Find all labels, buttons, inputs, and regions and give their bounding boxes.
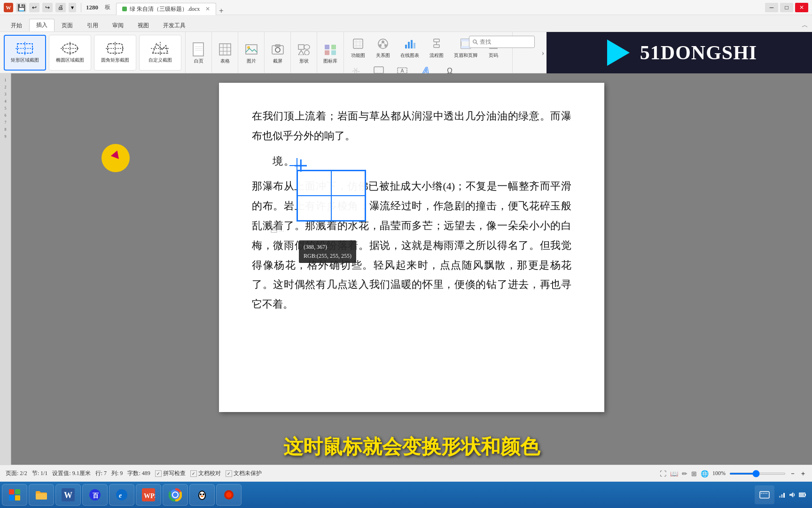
svg-rect-98 (781, 494, 783, 498)
tab-home[interactable]: 开始 (4, 19, 29, 32)
svg-rect-34 (353, 39, 363, 48)
custom-screenshot-btn[interactable]: 自定义截图 (139, 35, 181, 71)
tab-close[interactable]: ✕ (205, 6, 210, 13)
file-manager-btn[interactable] (29, 484, 54, 506)
status-bar: 页面: 2/2 节: 1/1 设置值: 9.1厘米 行: 7 列: 9 字数: … (0, 465, 812, 482)
baidu-btn[interactable]: 百 (82, 484, 108, 506)
rect-screenshot-btn[interactable]: 矩形区域截图 (4, 35, 46, 71)
blank-page-label: 白页 (194, 58, 203, 64)
svg-rect-21 (246, 45, 257, 54)
svg-line-65 (476, 43, 477, 44)
tray-icons-row (778, 491, 806, 499)
tab-dev[interactable]: 开发工具 (156, 19, 193, 32)
svg-point-29 (304, 50, 309, 55)
record-btn[interactable] (216, 484, 242, 506)
edit-mode-btn[interactable]: ✏ (682, 470, 687, 477)
taskbar-right (755, 485, 810, 504)
tab-review[interactable]: 审阅 (105, 19, 131, 32)
word-btn[interactable]: W (55, 484, 81, 506)
doc-tab[interactable]: 绿 朱自清（三级标题）.docx ✕ + (116, 0, 226, 15)
shape-btn[interactable]: 形状 (293, 40, 315, 66)
undo-btn[interactable]: ↩ (29, 3, 39, 12)
layout-btn[interactable]: ⊞ (691, 470, 697, 477)
svg-rect-102 (805, 494, 806, 496)
zoom-slider[interactable] (729, 473, 786, 475)
network-icon (778, 491, 786, 499)
dropdown-btn[interactable]: ▾ (69, 3, 76, 12)
logo-icon-container (601, 36, 634, 69)
svg-point-89 (201, 496, 203, 497)
save-btn[interactable]: 💾 (16, 3, 26, 12)
table-cell-4 (331, 196, 365, 221)
custom-screenshot-label: 自定义截图 (148, 57, 172, 64)
panel-collapse-right[interactable]: › (542, 49, 544, 57)
ie-btn[interactable]: e (109, 484, 134, 506)
tab-references[interactable]: 引用 (80, 19, 105, 32)
wps-taskbar-btn[interactable]: WPS (136, 484, 161, 506)
svg-rect-12 (193, 43, 203, 56)
tab-view[interactable]: 视图 (131, 19, 156, 32)
tab-color-indicator (122, 7, 127, 11)
status-spell: ✓ 拼写检查 (155, 469, 186, 477)
svg-rect-31 (331, 45, 336, 49)
capture-btn[interactable]: 截屏 (266, 40, 289, 66)
redo-btn[interactable]: ↪ (42, 3, 53, 12)
iconlib-btn[interactable]: 图标库 (319, 40, 342, 66)
svg-text:W: W (64, 491, 72, 500)
status-check: ✓ 文档校对 (190, 469, 221, 477)
search-icon (472, 39, 478, 45)
minimize-btn[interactable]: ─ (765, 3, 778, 12)
svg-rect-16 (219, 44, 231, 55)
funcmap-btn[interactable]: 功能图 (346, 34, 370, 60)
qq-btn[interactable] (189, 484, 215, 506)
chrome-btn[interactable] (163, 484, 188, 506)
start-button[interactable] (2, 484, 27, 506)
zoom-out-btn[interactable]: － (789, 469, 796, 478)
svg-text:e: e (119, 492, 122, 499)
svg-text:A: A (401, 68, 404, 73)
status-position: 设置值: 9.1厘米 (52, 469, 90, 477)
blank-page-btn[interactable]: 白页 (187, 40, 210, 66)
search-bar[interactable] (469, 36, 535, 48)
svg-rect-49 (434, 39, 439, 42)
rect-screenshot-label: 矩形区域截图 (11, 57, 39, 64)
iconlib-section: 图标库 (317, 32, 344, 73)
funcmap-icon (351, 36, 366, 51)
svg-point-91 (226, 492, 232, 498)
tooltip-rgb: RGB:(255, 255, 255) (304, 252, 351, 261)
print-btn[interactable]: 🖨 (55, 3, 66, 12)
chrome-icon (169, 488, 182, 501)
svg-rect-97 (779, 496, 781, 498)
maximize-btn[interactable]: □ (780, 3, 793, 12)
status-col: 列: 9 (111, 469, 123, 477)
table-btn[interactable]: 表格 (214, 40, 236, 66)
zoom-in-btn[interactable]: ＋ (800, 469, 806, 478)
rounded-screenshot-btn[interactable]: 圆角矩形截图 (94, 35, 136, 71)
qq-icon (195, 488, 209, 501)
svg-line-43 (380, 42, 383, 46)
svg-rect-46 (408, 42, 410, 48)
ie-icon: e (115, 488, 128, 501)
reading-mode-btn[interactable]: 📖 (670, 470, 678, 477)
tab-insert[interactable]: 插入 (29, 19, 55, 32)
table-cell-3 (297, 196, 331, 221)
logo-text: 51DONGSHI (640, 43, 757, 63)
ellipse-screenshot-btn[interactable]: 椭圆区域截图 (49, 35, 91, 71)
image-btn[interactable]: 图片 (240, 40, 262, 66)
para-icon (271, 226, 277, 233)
relation-btn[interactable]: 关系图 (371, 34, 395, 60)
flow-btn[interactable]: 流程图 (424, 34, 449, 60)
close-btn[interactable]: ✕ (795, 3, 808, 12)
new-tab-btn[interactable]: + (216, 7, 226, 15)
image-section: 图片 (238, 32, 265, 73)
ellipse-screenshot-label: 椭圆区域截图 (56, 57, 84, 64)
svg-rect-71 (9, 495, 14, 500)
doc-para-1: 在我们顶上流着；岩面与草丛都从润湿中透出几分油油的绿意。而瀑布也似乎分外的响了。 (252, 106, 571, 146)
web-btn[interactable]: 🌐 (701, 470, 709, 477)
cursor-arrow-icon (111, 151, 122, 162)
tab-page[interactable]: 页面 (55, 19, 80, 32)
fullscreen-btn[interactable]: ⛶ (660, 470, 666, 477)
online-chart-btn[interactable]: 在线图表 (396, 34, 424, 60)
ribbon-collapse-btn[interactable]: ︿ (798, 19, 812, 32)
search-input[interactable] (480, 39, 531, 45)
